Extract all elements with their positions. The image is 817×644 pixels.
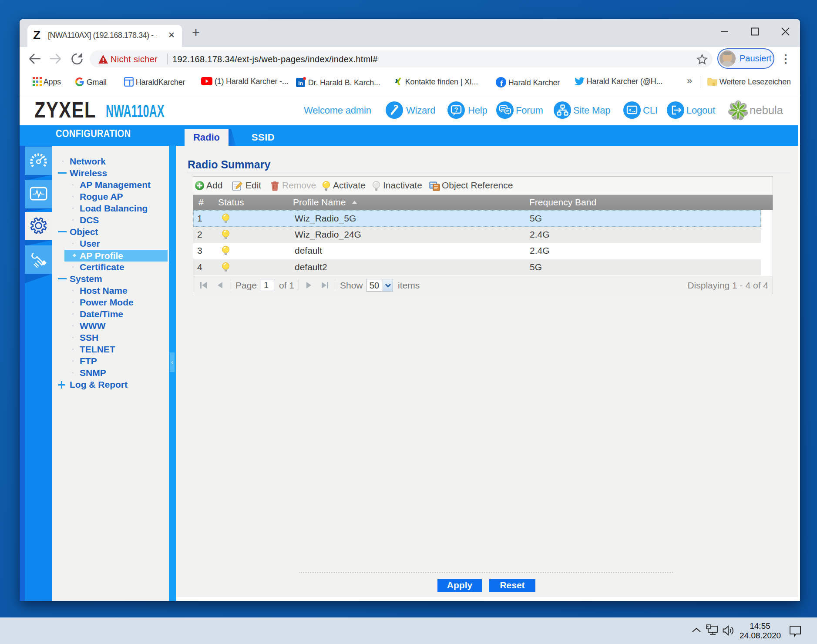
svg-text:?: ?: [454, 106, 458, 113]
svg-text:f: f: [500, 79, 503, 87]
svg-text:in: in: [298, 80, 303, 87]
